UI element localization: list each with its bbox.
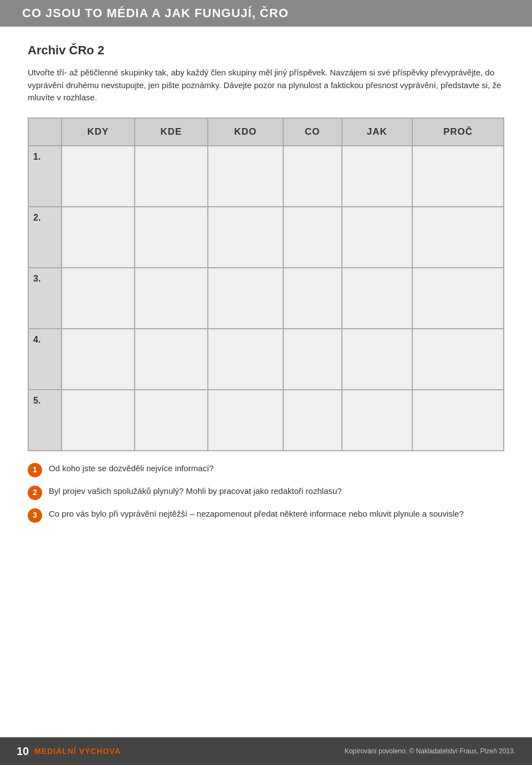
table-row: 2.: [28, 207, 504, 268]
cell-5-co[interactable]: [283, 390, 341, 451]
intro-paragraph: Utvořte tří- až pětičlenné skupinky tak,…: [28, 67, 504, 104]
col-header-empty: [28, 118, 62, 146]
cell-4-jak[interactable]: [342, 329, 413, 390]
cell-4-kdy[interactable]: [62, 329, 135, 390]
row-label-3: 3.: [28, 268, 62, 329]
cell-1-proc[interactable]: [412, 146, 504, 207]
activity-table-wrapper: KDY KDE KDO CO JAK PROČ 1.: [28, 118, 504, 451]
cell-5-kde[interactable]: [135, 390, 208, 451]
cell-2-kdy[interactable]: [62, 207, 135, 268]
cell-5-kdy[interactable]: [62, 390, 135, 451]
main-content: Archiv ČRo 2 Utvořte tří- až pětičlenné …: [0, 27, 532, 553]
cell-3-kdo[interactable]: [208, 268, 283, 329]
row-label-1: 1.: [28, 146, 62, 207]
cell-2-co[interactable]: [283, 207, 341, 268]
table-row: 3.: [28, 268, 504, 329]
cell-4-kde[interactable]: [135, 329, 208, 390]
row-label-5: 5.: [28, 390, 62, 451]
cell-5-jak[interactable]: [342, 390, 413, 451]
footer-copyright: Kopírování povoleno. © Nakladatelství Fr…: [345, 747, 515, 755]
question-item-1: 1 Od koho jste se dozvěděli nejvíce info…: [28, 462, 504, 477]
table-row: 1.: [28, 146, 504, 207]
questions-section: 1 Od koho jste se dozvěděli nejvíce info…: [28, 462, 504, 542]
footer: 10 MEDIÁLNÍ VÝCHOVA Kopírování povoleno.…: [0, 737, 532, 765]
cell-3-proc[interactable]: [412, 268, 504, 329]
cell-1-kde[interactable]: [135, 146, 208, 207]
cell-2-proc[interactable]: [412, 207, 504, 268]
top-bar-title: CO JSOU TO MÉDIA A JAK FUNGUJÍ, ČRo: [22, 6, 289, 21]
cell-4-kdo[interactable]: [208, 329, 283, 390]
question-item-3: 3 Co pro vás bylo při vyprávění nejtěžší…: [28, 508, 504, 523]
table-row: 4.: [28, 329, 504, 390]
col-header-co: CO: [283, 118, 341, 146]
row-label-4: 4.: [28, 329, 62, 390]
col-header-kdo: KDO: [208, 118, 283, 146]
cell-2-kde[interactable]: [135, 207, 208, 268]
cell-1-kdo[interactable]: [208, 146, 283, 207]
cell-3-jak[interactable]: [342, 268, 413, 329]
table-row: 5.: [28, 390, 504, 451]
cell-2-kdo[interactable]: [208, 207, 283, 268]
cell-4-co[interactable]: [283, 329, 341, 390]
question-text-3: Co pro vás bylo při vyprávění nejtěžší –…: [49, 508, 504, 521]
cell-5-kdo[interactable]: [208, 390, 283, 451]
col-header-kde: KDE: [135, 118, 208, 146]
footer-page-number: 10: [17, 745, 29, 758]
cell-3-kde[interactable]: [135, 268, 208, 329]
question-text-2: Byl projev vašich spolužáků plynulý? Moh…: [49, 485, 504, 498]
cell-1-co[interactable]: [283, 146, 341, 207]
col-header-proc: PROČ: [412, 118, 504, 146]
footer-section-title: MEDIÁLNÍ VÝCHOVA: [34, 747, 121, 756]
table-header-row: KDY KDE KDO CO JAK PROČ: [28, 118, 504, 146]
top-bar: CO JSOU TO MÉDIA A JAK FUNGUJÍ, ČRo: [0, 0, 532, 27]
question-text-1: Od koho jste se dozvěděli nejvíce inform…: [49, 462, 504, 475]
cell-2-jak[interactable]: [342, 207, 413, 268]
cell-1-kdy[interactable]: [62, 146, 135, 207]
question-number-2: 2: [28, 486, 42, 500]
row-label-2: 2.: [28, 207, 62, 268]
col-header-kdy: KDY: [62, 118, 135, 146]
col-header-jak: JAK: [342, 118, 413, 146]
archive-title: Archiv ČRo 2: [28, 43, 504, 58]
cell-5-proc[interactable]: [412, 390, 504, 451]
page: CO JSOU TO MÉDIA A JAK FUNGUJÍ, ČRo Arch…: [0, 0, 532, 765]
cell-3-kdy[interactable]: [62, 268, 135, 329]
question-number-1: 1: [28, 463, 42, 477]
activity-table: KDY KDE KDO CO JAK PROČ 1.: [28, 118, 504, 451]
question-item-2: 2 Byl projev vašich spolužáků plynulý? M…: [28, 485, 504, 500]
footer-left: 10 MEDIÁLNÍ VÝCHOVA: [17, 745, 121, 758]
cell-4-proc[interactable]: [412, 329, 504, 390]
question-number-3: 3: [28, 508, 42, 523]
cell-3-co[interactable]: [283, 268, 341, 329]
cell-1-jak[interactable]: [342, 146, 413, 207]
